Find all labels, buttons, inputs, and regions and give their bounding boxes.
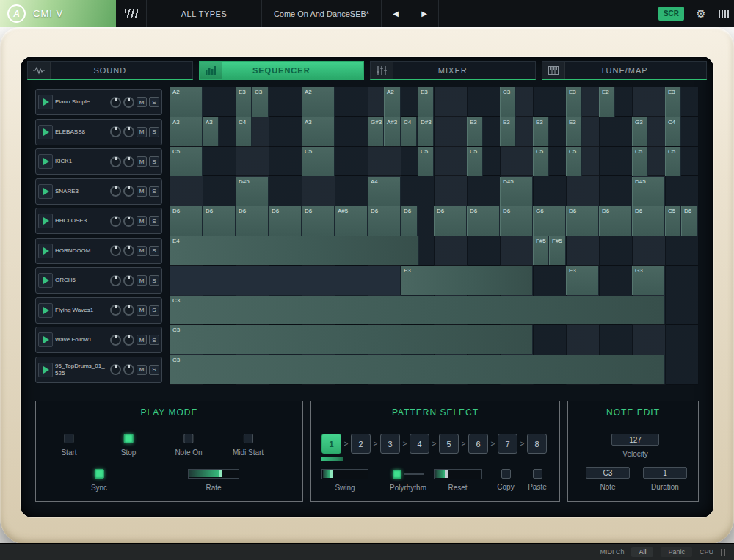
track-solo-button[interactable]: S xyxy=(149,305,159,316)
track-knob-2[interactable] xyxy=(123,364,134,375)
track-play-button[interactable] xyxy=(38,303,53,318)
sequencer-note-cell[interactable]: C5 xyxy=(302,147,335,176)
sequencer-note-cell[interactable]: E2 xyxy=(599,87,615,117)
panic-button[interactable]: Panic xyxy=(661,547,692,557)
pattern-slot-1[interactable]: 1 xyxy=(321,434,341,454)
track-knob-1[interactable] xyxy=(110,216,121,227)
sequencer-note-cell[interactable]: A3 xyxy=(302,117,335,147)
sequencer-note-cell[interactable]: E3 xyxy=(500,117,516,147)
track-knob-1[interactable] xyxy=(110,156,121,167)
pattern-slot-8[interactable]: 8 xyxy=(527,434,547,454)
paste-button[interactable] xyxy=(533,469,542,479)
track-play-button[interactable] xyxy=(38,363,53,377)
track-item[interactable]: ORCH6MS xyxy=(35,267,162,294)
next-preset-button[interactable]: ▶ xyxy=(410,0,439,27)
track-mute-button[interactable]: M xyxy=(137,365,147,375)
sequencer-note-cell[interactable]: E3 xyxy=(533,117,549,147)
sequencer-note-cell[interactable]: D6 xyxy=(368,206,401,236)
sequencer-note-cell[interactable]: D6 xyxy=(632,206,665,236)
track-knob-1[interactable] xyxy=(110,245,121,256)
track-solo-button[interactable]: S xyxy=(149,335,159,345)
sequencer-note-cell[interactable]: E3 xyxy=(566,117,582,147)
track-solo-button[interactable]: S xyxy=(149,365,159,375)
playmode-midi-start-button[interactable] xyxy=(243,434,252,443)
track-knob-1[interactable] xyxy=(110,335,121,346)
track-knob-1[interactable] xyxy=(110,275,121,286)
track-knob-1[interactable] xyxy=(110,305,121,316)
track-item[interactable]: HORNDOOMMS xyxy=(35,238,162,264)
sequencer-note-cell[interactable]: D#3 xyxy=(418,117,434,147)
sequencer-note-cell[interactable]: D6 xyxy=(500,206,533,236)
sequencer-note-cell[interactable]: C5 xyxy=(632,147,648,176)
sequencer-note-cell[interactable]: E3 xyxy=(566,87,582,117)
track-mute-button[interactable]: M xyxy=(137,335,147,345)
track-play-button[interactable] xyxy=(38,184,53,199)
sequencer-note-cell[interactable]: A2 xyxy=(302,87,335,117)
sequencer-note-cell[interactable]: E3 xyxy=(665,87,681,117)
track-play-button[interactable] xyxy=(38,214,53,228)
sequencer-note-cell[interactable]: C5 xyxy=(566,147,582,176)
duration-value[interactable]: 1 xyxy=(643,467,687,479)
sequencer-note-cell[interactable]: A#5 xyxy=(335,206,368,236)
sequencer-note-cell[interactable]: D6 xyxy=(203,206,236,236)
track-mute-button[interactable]: M xyxy=(137,246,147,256)
sequencer-note-cell[interactable]: D6 xyxy=(434,206,467,236)
sequencer-note-cell[interactable]: D6 xyxy=(401,206,418,236)
sequencer-note-cell[interactable]: C5 xyxy=(467,147,483,176)
playmode-note-on-button[interactable] xyxy=(184,434,194,443)
sequencer-note-cell[interactable]: A3 xyxy=(170,117,203,147)
sequencer-note-cell[interactable]: E3 xyxy=(401,266,533,295)
sequencer-note-cell[interactable] xyxy=(170,266,401,295)
track-knob-2[interactable] xyxy=(123,156,134,167)
sequencer-note-cell[interactable]: A2 xyxy=(384,87,401,117)
pattern-slot-2[interactable]: 2 xyxy=(351,434,371,454)
sequencer-note-cell[interactable]: E3 xyxy=(467,117,483,147)
sequencer-note-cell[interactable]: F#5 xyxy=(549,236,566,266)
sequencer-note-cell[interactable]: D6 xyxy=(269,206,302,236)
sequencer-note-cell[interactable]: A4 xyxy=(368,177,401,206)
track-mute-button[interactable]: M xyxy=(137,156,147,167)
copy-button[interactable] xyxy=(501,469,511,479)
track-play-button[interactable] xyxy=(38,125,53,139)
sequencer-note-cell[interactable]: E3 xyxy=(566,266,599,295)
sequencer-note-cell[interactable]: E3 xyxy=(236,87,252,117)
settings-gear-icon[interactable]: ⚙ xyxy=(688,0,713,27)
reset-slider-handle[interactable] xyxy=(445,470,448,478)
track-play-button[interactable] xyxy=(38,332,53,347)
track-play-button[interactable] xyxy=(38,244,53,258)
sequencer-note-cell[interactable]: A#3 xyxy=(384,117,401,147)
track-play-button[interactable] xyxy=(38,154,53,169)
sequencer-note-cell[interactable]: C5 xyxy=(665,147,681,176)
midi-channel-value[interactable]: All xyxy=(631,547,653,557)
track-knob-2[interactable] xyxy=(123,126,134,137)
swing-slider-handle[interactable] xyxy=(330,470,333,478)
track-mute-button[interactable]: M xyxy=(137,275,147,286)
track-solo-button[interactable]: S xyxy=(149,97,159,107)
playmode-stop-button[interactable] xyxy=(123,434,133,443)
sequencer-note-cell[interactable]: D6 xyxy=(170,206,203,236)
sequencer-note-cell[interactable]: D6 xyxy=(599,206,632,236)
velocity-value[interactable]: 127 xyxy=(611,434,659,446)
sequencer-note-cell[interactable]: F#5 xyxy=(533,236,549,266)
sequencer-note-cell[interactable]: G3 xyxy=(632,117,648,147)
track-play-button[interactable] xyxy=(38,273,53,288)
sequencer-note-cell[interactable]: C3 xyxy=(500,87,516,117)
pattern-slot-4[interactable]: 4 xyxy=(410,434,429,454)
pattern-slot-3[interactable]: 3 xyxy=(380,434,400,454)
track-knob-1[interactable] xyxy=(110,126,121,137)
track-solo-button[interactable]: S xyxy=(149,127,159,137)
polyrhythm-toggle[interactable] xyxy=(393,470,401,479)
pattern-slot-7[interactable]: 7 xyxy=(498,434,517,454)
sequencer-note-cell[interactable]: D6 xyxy=(467,206,500,236)
tab-mixer[interactable]: MIXER xyxy=(370,61,536,80)
all-types-selector[interactable]: ALL TYPES xyxy=(147,0,262,27)
track-knob-2[interactable] xyxy=(123,275,134,286)
sequencer-note-cell[interactable]: E3 xyxy=(418,87,434,117)
track-knob-2[interactable] xyxy=(123,186,134,197)
track-mute-button[interactable]: M xyxy=(137,186,147,197)
sequencer-note-cell[interactable]: C3 xyxy=(170,355,665,385)
sequencer-note-cell[interactable]: G6 xyxy=(533,206,566,236)
track-item[interactable]: ELEBASS8MS xyxy=(35,119,162,145)
track-item[interactable]: Flying Waves1MS xyxy=(35,297,162,324)
track-knob-2[interactable] xyxy=(123,216,134,227)
